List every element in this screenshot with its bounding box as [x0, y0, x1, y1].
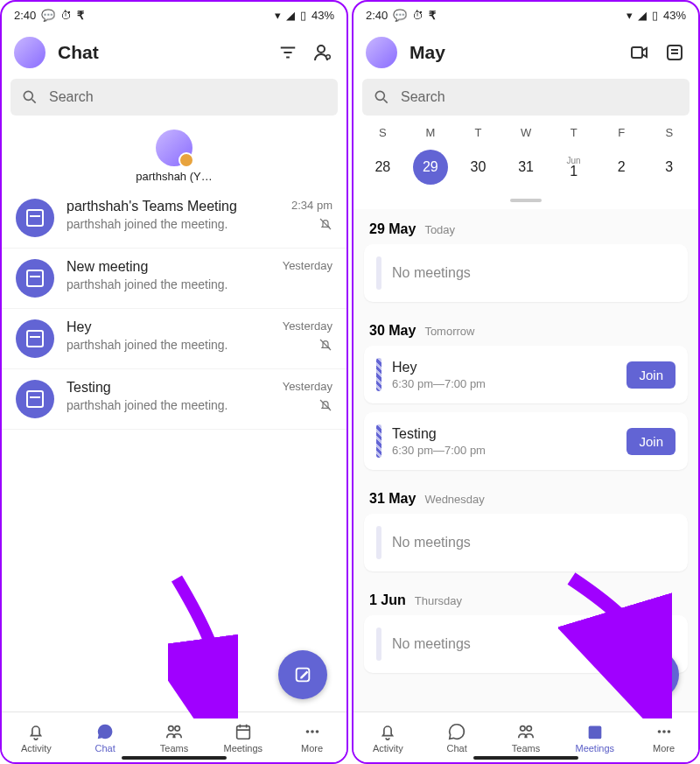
compose-fab[interactable] [278, 650, 327, 699]
join-button[interactable]: Join [626, 428, 676, 455]
svg-point-13 [521, 725, 526, 731]
event-title: Hey [392, 360, 616, 375]
chat-subtitle: parthshah joined the meeting. [66, 398, 270, 412]
weekday-label: T [550, 126, 598, 139]
event-title: No meetings [392, 265, 676, 281]
chat-item[interactable]: Hey parthshah joined the meeting. Yester… [2, 309, 346, 369]
agenda-icon[interactable] [663, 41, 686, 64]
day-header: 29 MayToday [364, 209, 688, 244]
date-cell[interactable]: 28 [359, 154, 407, 180]
calendar-icon [585, 722, 605, 741]
event-title: No meetings [392, 535, 676, 550]
chat-title: New meeting [66, 259, 270, 275]
chat-bubble-icon: 💬 [41, 9, 55, 22]
nav-meetings[interactable]: Meetings [560, 722, 629, 753]
signal-icon: ◢ [638, 9, 647, 22]
date-cell[interactable]: 31 [502, 154, 550, 180]
home-indicator [122, 756, 227, 760]
filter-icon[interactable] [276, 41, 299, 64]
wifi-icon: ▾ [275, 9, 281, 22]
muted-icon [318, 217, 332, 231]
weekday-label: F [598, 126, 646, 139]
header: May [354, 28, 698, 79]
clock-icon: ⏱ [60, 9, 72, 22]
add-person-icon[interactable] [312, 41, 334, 64]
signal-icon: ◢ [286, 9, 295, 22]
phone-chat: 2:40 💬 ⏱ ₹ ▾ ◢ ▯ 43% Chat Search parthsh… [0, 0, 348, 764]
meeting-card[interactable]: Testing 6:30 pm—7:00 pm Join [364, 412, 688, 470]
svg-point-8 [311, 730, 314, 733]
nav-teams[interactable]: Teams [492, 722, 561, 753]
pinned-profile[interactable]: parthshah (Y… [2, 123, 346, 188]
day-header: 30 MayTomorrow [364, 311, 688, 346]
page-title: Chat [58, 42, 264, 63]
home-indicator [473, 756, 578, 760]
svg-point-14 [527, 725, 532, 731]
search-input[interactable]: Search [10, 79, 338, 116]
date-cell[interactable]: 30 [454, 154, 502, 180]
avatar[interactable] [366, 37, 397, 68]
event-stripe [376, 256, 382, 290]
weekday-label: W [502, 126, 550, 139]
event-title: Testing [392, 426, 616, 442]
date-cell[interactable]: 29 [407, 144, 455, 190]
chat-item[interactable]: parthshah's Teams Meeting parthshah join… [2, 188, 346, 249]
wifi-icon: ▾ [626, 9, 633, 22]
add-meeting-fab[interactable] [630, 650, 679, 699]
chat-item[interactable]: Testing parthshah joined the meeting. Ye… [2, 369, 346, 430]
nav-more[interactable]: More [629, 722, 698, 753]
nav-chat[interactable]: Chat [71, 722, 140, 753]
no-meetings-card: No meetings [364, 514, 688, 571]
svg-point-18 [667, 730, 670, 733]
battery-icon: ▯ [300, 9, 306, 22]
meeting-icon [16, 380, 54, 418]
search-placeholder: Search [49, 89, 94, 105]
chat-timestamp: Yesterday [283, 380, 332, 393]
no-meetings-card: No meetings [364, 244, 688, 302]
bell-icon [378, 722, 397, 741]
clock-icon: ⏱ [412, 9, 424, 22]
event-time: 6:30 pm—7:00 pm [392, 444, 616, 457]
drag-handle[interactable] [510, 199, 542, 202]
date-cell[interactable]: Jun1 [550, 151, 598, 185]
svg-rect-6 [236, 725, 249, 739]
svg-point-0 [318, 46, 325, 53]
bottom-nav: Activity Chat Teams Meetings More [2, 711, 346, 762]
weekday-label: T [454, 126, 502, 139]
search-input[interactable]: Search [362, 79, 690, 116]
agenda-scroll[interactable]: 29 MayToday No meetings 30 MayTomorrow H… [354, 209, 698, 711]
svg-point-12 [375, 91, 384, 100]
chat-bubble-icon: 💬 [393, 9, 407, 22]
event-stripe [376, 424, 382, 458]
phone-meetings: 2:40 💬 ⏱ ₹ ▾ ◢ ▯ 43% May Search SMTWTFS … [352, 0, 700, 764]
weekday-label: S [359, 126, 407, 139]
avatar[interactable] [14, 37, 46, 68]
event-time: 6:30 pm—7:00 pm [392, 377, 616, 390]
date-cell[interactable]: 2 [598, 154, 646, 180]
date-cell[interactable]: 3 [645, 154, 693, 180]
bottom-nav: Activity Chat Teams Meetings More [354, 711, 698, 762]
chat-list: parthshah's Teams Meeting parthshah join… [2, 188, 346, 711]
svg-point-4 [169, 725, 174, 731]
date-row: 28293031Jun123 [354, 144, 698, 197]
profile-name: parthshah (Y… [2, 170, 346, 183]
status-time: 2:40 [366, 9, 388, 22]
chat-subtitle: parthshah joined the meeting. [66, 277, 270, 291]
nav-activity[interactable]: Activity [354, 722, 423, 753]
nav-meetings[interactable]: Meetings [208, 722, 277, 753]
chat-title: Hey [66, 319, 270, 335]
nav-chat[interactable]: Chat [423, 722, 492, 753]
nav-teams[interactable]: Teams [140, 722, 209, 753]
chat-item[interactable]: New meeting parthshah joined the meeting… [2, 249, 346, 309]
join-button[interactable]: Join [626, 361, 676, 389]
nav-activity[interactable]: Activity [2, 722, 71, 753]
svg-rect-15 [588, 725, 601, 739]
event-title: No meetings [392, 636, 676, 652]
battery-pct: 43% [312, 9, 334, 22]
meeting-card[interactable]: Hey 6:30 pm—7:00 pm Join [364, 346, 688, 403]
phonepe-icon: ₹ [77, 9, 84, 22]
chat-title: parthshah's Teams Meeting [66, 199, 279, 214]
nav-more[interactable]: More [277, 722, 346, 753]
search-placeholder: Search [401, 89, 445, 105]
meet-now-icon[interactable] [628, 41, 651, 64]
